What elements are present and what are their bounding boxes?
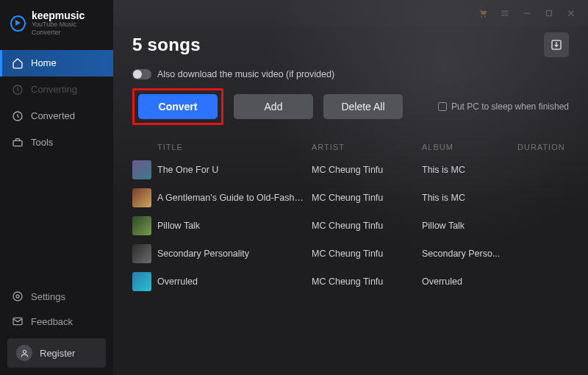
- brand-name: keepmusic: [32, 10, 103, 21]
- sleep-label: Put PC to sleep when finished: [451, 101, 569, 112]
- table-row[interactable]: Overruled MC Cheung Tinfu Overruled: [132, 268, 569, 296]
- sleep-checkbox[interactable]: [438, 102, 447, 111]
- track-thumb-icon: [132, 188, 151, 207]
- delete-all-button[interactable]: Delete All: [323, 94, 403, 119]
- clock-icon: [12, 110, 24, 122]
- track-artist: MC Cheung Tinfu: [312, 276, 422, 287]
- page-title: 5 songs: [132, 35, 201, 55]
- register-button[interactable]: Register: [7, 338, 106, 368]
- track-artist: MC Cheung Tinfu: [312, 221, 422, 231]
- sidebar-item-home[interactable]: Home: [0, 50, 113, 76]
- sidebar-item-label: Converted: [31, 110, 75, 121]
- sleep-option: Put PC to sleep when finished: [438, 101, 569, 112]
- app-window: keepmusic YouTube Music Converter Home C…: [0, 0, 588, 375]
- col-duration: DURATION: [517, 143, 569, 151]
- svg-point-4: [13, 292, 22, 301]
- app-logo-icon: [10, 15, 26, 32]
- gear-icon: [12, 290, 24, 302]
- highlight-convert: Convert: [132, 88, 223, 125]
- sidebar-item-label: Home: [31, 57, 57, 68]
- track-artist: MC Cheung Tinfu: [312, 165, 422, 175]
- track-album: This is MC: [422, 165, 517, 175]
- track-table: TITLE ARTIST ALBUM DURATION The One For …: [132, 138, 569, 296]
- download-video-toggle-row: Also download the music video (if provid…: [132, 69, 569, 79]
- track-title: The One For U: [157, 165, 312, 175]
- track-album: This is MC: [422, 193, 517, 203]
- track-title: Secondary Personality: [157, 249, 312, 259]
- import-button[interactable]: [544, 32, 569, 57]
- download-video-toggle[interactable]: [132, 69, 151, 79]
- sidebar-item-tools[interactable]: Tools: [0, 129, 113, 156]
- col-album: ALBUM: [422, 143, 517, 151]
- mail-icon: [12, 315, 24, 327]
- track-thumb-icon: [132, 272, 151, 291]
- table-row[interactable]: Secondary Personality MC Cheung Tinfu Se…: [132, 240, 569, 268]
- sidebar-item-label: Settings: [31, 291, 65, 302]
- action-row: Convert Add Delete All Put PC to sleep w…: [132, 88, 569, 125]
- svg-point-3: [16, 295, 19, 298]
- sidebar-item-label: Feedback: [31, 316, 73, 327]
- sidebar: keepmusic YouTube Music Converter Home C…: [0, 0, 113, 375]
- user-icon: [16, 345, 32, 361]
- sidebar-bottom: Settings Feedback Register: [0, 284, 113, 375]
- home-icon: [12, 57, 24, 69]
- track-thumb-icon: [132, 216, 151, 235]
- track-thumb-icon: [132, 244, 151, 263]
- main-pane: 5 songs Also download the music video (i…: [113, 0, 588, 375]
- sidebar-item-feedback[interactable]: Feedback: [0, 309, 113, 334]
- sidebar-item-settings[interactable]: Settings: [0, 284, 113, 309]
- track-album: Secondary Perso...: [422, 249, 517, 259]
- col-artist: ARTIST: [312, 143, 422, 151]
- table-row[interactable]: A Gentleman's Guide to Old-Fashioned D..…: [132, 184, 569, 212]
- track-album: Pillow Talk: [422, 221, 517, 231]
- download-video-label: Also download the music video (if provid…: [157, 69, 334, 79]
- brand: keepmusic YouTube Music Converter: [0, 0, 113, 46]
- sidebar-item-converted[interactable]: Converted: [0, 103, 113, 129]
- track-album: Overruled: [422, 276, 517, 287]
- track-artist: MC Cheung Tinfu: [312, 193, 422, 203]
- primary-nav: Home Converting Converted Tools: [0, 46, 113, 156]
- track-title: Overruled: [157, 276, 312, 287]
- track-thumb-icon: [132, 160, 151, 179]
- register-label: Register: [40, 348, 75, 359]
- add-button[interactable]: Add: [234, 94, 313, 119]
- sidebar-item-label: Tools: [31, 137, 53, 148]
- table-row[interactable]: Pillow Talk MC Cheung Tinfu Pillow Talk: [132, 212, 569, 240]
- track-title: Pillow Talk: [157, 221, 312, 231]
- brand-subtitle: YouTube Music Converter: [32, 21, 103, 37]
- sidebar-item-converting[interactable]: Converting: [0, 76, 113, 103]
- progress-icon: [12, 84, 24, 96]
- svg-rect-2: [13, 140, 22, 146]
- sidebar-item-label: Converting: [31, 84, 77, 95]
- track-title: A Gentleman's Guide to Old-Fashioned D..…: [157, 193, 312, 203]
- svg-point-6: [23, 350, 26, 353]
- toolbox-icon: [12, 137, 24, 149]
- convert-button[interactable]: Convert: [138, 94, 218, 119]
- table-header: TITLE ARTIST ALBUM DURATION: [132, 138, 569, 156]
- track-artist: MC Cheung Tinfu: [312, 249, 422, 259]
- col-title: TITLE: [157, 143, 312, 151]
- content: 5 songs Also download the music video (i…: [113, 26, 588, 375]
- table-row[interactable]: The One For U MC Cheung Tinfu This is MC: [132, 156, 569, 184]
